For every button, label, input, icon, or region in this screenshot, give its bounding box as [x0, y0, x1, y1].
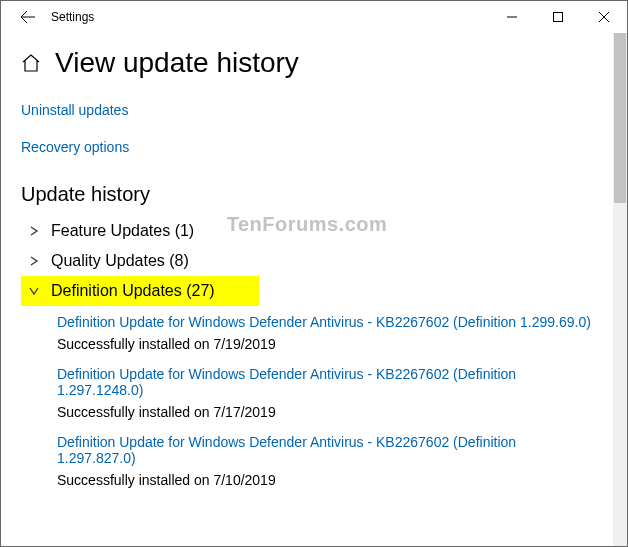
chevron-down-icon [27, 286, 41, 296]
chevron-right-icon [27, 256, 41, 266]
minimize-button[interactable] [489, 1, 535, 33]
category-label: Feature Updates (1) [51, 222, 194, 240]
arrow-left-icon [20, 9, 36, 25]
category-label: Definition Updates (27) [51, 282, 215, 300]
update-link[interactable]: Definition Update for Windows Defender A… [57, 314, 593, 330]
close-icon [599, 12, 609, 22]
minimize-icon [507, 12, 517, 22]
update-item: Definition Update for Windows Defender A… [57, 314, 593, 352]
scrollbar[interactable] [613, 33, 627, 546]
update-item: Definition Update for Windows Defender A… [57, 366, 593, 420]
category-quality-updates[interactable]: Quality Updates (8) [27, 246, 593, 276]
maximize-button[interactable] [535, 1, 581, 33]
update-item: Definition Update for Windows Defender A… [57, 434, 593, 488]
content-area: TenForums.com View update history Uninst… [1, 33, 613, 546]
page-header: View update history [21, 47, 593, 79]
window-controls [489, 1, 627, 33]
page-title: View update history [55, 47, 299, 79]
svg-rect-0 [554, 13, 563, 22]
update-history-heading: Update history [21, 183, 593, 206]
titlebar: Settings [1, 1, 627, 33]
update-link[interactable]: Definition Update for Windows Defender A… [57, 434, 593, 466]
home-icon[interactable] [21, 53, 41, 73]
update-status: Successfully installed on 7/19/2019 [57, 336, 593, 352]
update-link[interactable]: Definition Update for Windows Defender A… [57, 366, 593, 398]
update-status: Successfully installed on 7/10/2019 [57, 472, 593, 488]
uninstall-updates-link[interactable]: Uninstall updates [21, 102, 128, 118]
category-feature-updates[interactable]: Feature Updates (1) [27, 216, 593, 246]
recovery-options-link[interactable]: Recovery options [21, 139, 129, 155]
chevron-right-icon [27, 226, 41, 236]
scrollbar-thumb[interactable] [614, 33, 626, 203]
category-label: Quality Updates (8) [51, 252, 189, 270]
close-button[interactable] [581, 1, 627, 33]
update-status: Successfully installed on 7/17/2019 [57, 404, 593, 420]
back-button[interactable] [9, 1, 47, 33]
category-definition-updates[interactable]: Definition Updates (27) [21, 276, 259, 306]
maximize-icon [553, 12, 563, 22]
window-title: Settings [51, 10, 94, 24]
